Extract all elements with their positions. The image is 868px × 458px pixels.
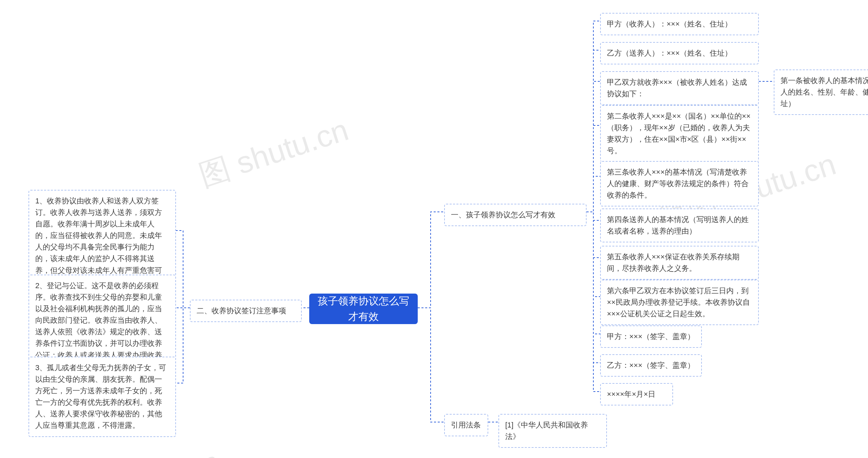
branch-left-title-text: 二、收养协议签订注意事项 [197, 306, 286, 315]
branch1-item-6-text: 第四条送养人的基本情况（写明送养人的姓名或者名称，送养的理由） [607, 215, 749, 235]
branch1-item-3a-text: 第一条被收养人的基本情况（写明：被收养人的姓名、性别、年龄、健康状况、现住址） [781, 76, 868, 108]
branch1-item-1-text: 甲方（收养人）：×××（姓名、住址） [607, 20, 732, 28]
branch-left-title[interactable]: 二、收养协议签订注意事项 [190, 300, 302, 322]
branch3-item-3[interactable]: 3、孤儿或者生父母无力抚养的子女，可以由生父母的亲属、朋友抚养。配偶一方死亡，另… [28, 357, 176, 437]
branch1-item-8-text: 第六条甲乙双方在本协议签订后三日内，到××民政局办理收养登记手续。本收养协议自×… [607, 286, 750, 318]
branch1-item-11-text: ××××年×月×日 [607, 390, 655, 398]
branch1-item-10-text: 乙方：×××（签字、盖章） [607, 361, 695, 370]
branch1-title-text: 一、孩子领养协议怎么写才有效 [451, 211, 555, 219]
branch1-item-9[interactable]: 甲方：×××（签字、盖章） [600, 325, 702, 348]
branch1-item-3-text: 甲乙双方就收养×××（被收养人姓名）达成协议如下： [607, 78, 747, 98]
branch1-item-7-text: 第五条收养人×××保证在收养关系存续期间，尽扶养收养人之义务。 [607, 253, 739, 273]
watermark-1: 图 shutu.cn [194, 109, 354, 197]
branch1-item-9-text: 甲方：×××（签字、盖章） [607, 332, 695, 341]
branch1-title[interactable]: 一、孩子领养协议怎么写才有效 [444, 204, 587, 226]
branch1-item-4[interactable]: 第二条收养人×××是××（国名）××单位的××（职务），现年××岁（已婚的，收养… [600, 105, 759, 162]
root-title: 孩子领养协议怎么写才有效 [316, 293, 411, 325]
branch1-item-3[interactable]: 甲乙双方就收养×××（被收养人姓名）达成协议如下： [600, 71, 759, 105]
branch3-item-3-text: 3、孤儿或者生父母无力抚养的子女，可以由生父母的亲属、朋友抚养。配偶一方死亡，另… [35, 363, 166, 430]
branch2-title[interactable]: 引用法条 [444, 414, 488, 436]
root-node[interactable]: 孩子领养协议怎么写才有效 [309, 294, 418, 324]
branch1-item-10[interactable]: 乙方：×××（签字、盖章） [600, 354, 702, 377]
branch2-item-1[interactable]: [1]《中华人民共和国收养法》 [498, 414, 607, 448]
mindmap-canvas: 图 shutu.cn 树图 shutu.cn cn 孩子领养协议怎么写才有 [0, 0, 868, 458]
branch1-item-5-text: 第三条收养人×××的基本情况（写清楚收养人的健康、财产等收养法规定的条件）符合收… [607, 168, 749, 199]
branch1-item-6[interactable]: 第四条送养人的基本情况（写明送养人的姓名或者名称，送养的理由） [600, 208, 759, 242]
branch1-item-7[interactable]: 第五条收养人×××保证在收养关系存续期间，尽扶养收养人之义务。 [600, 246, 759, 280]
branch2-item-1-text: [1]《中华人民共和国收养法》 [505, 421, 588, 441]
branch1-item-5[interactable]: 第三条收养人×××的基本情况（写清楚收养人的健康、财产等收养法规定的条件）符合收… [600, 161, 759, 206]
branch1-item-2[interactable]: 乙方（送养人）：×××（姓名、住址） [600, 42, 759, 64]
branch1-item-2-text: 乙方（送养人）：×××（姓名、住址） [607, 49, 732, 57]
watermark-3: cn [186, 445, 223, 458]
branch1-item-11[interactable]: ××××年×月×日 [600, 383, 673, 405]
branch1-item-1[interactable]: 甲方（收养人）：×××（姓名、住址） [600, 13, 759, 35]
branch1-item-3a[interactable]: 第一条被收养人的基本情况（写明：被收养人的姓名、性别、年龄、健康状况、现住址） [774, 69, 868, 115]
branch1-item-8[interactable]: 第六条甲乙双方在本协议签订后三日内，到××民政局办理收养登记手续。本收养协议自×… [600, 280, 759, 325]
branch2-title-text: 引用法条 [451, 421, 481, 429]
branch1-item-4-text: 第二条收养人×××是××（国名）××单位的××（职务），现年××岁（已婚的，收养… [607, 112, 751, 155]
